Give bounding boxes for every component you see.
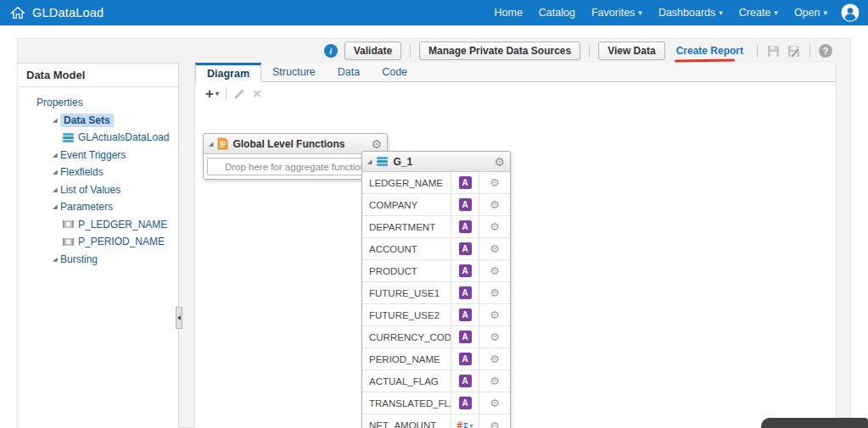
tab-code[interactable]: Code bbox=[371, 63, 418, 81]
expand-triangle-icon[interactable]: ◢ bbox=[50, 186, 60, 193]
editor-tabs: Diagram Structure Data Code bbox=[195, 63, 836, 82]
field-row[interactable]: NET_AMOUNT #Σ▾ ⚙ bbox=[362, 414, 510, 428]
dataset-name: G_1 bbox=[393, 156, 412, 168]
gear-icon[interactable]: ⚙ bbox=[490, 331, 500, 342]
field-row[interactable]: ACCOUNT A ⚙ bbox=[362, 238, 510, 260]
field-row[interactable]: FUTURE_USE2 A ⚙ bbox=[362, 304, 510, 326]
info-icon[interactable]: i bbox=[324, 44, 338, 58]
tab-diagram[interactable]: Diagram bbox=[195, 63, 261, 82]
dataset-box-g1[interactable]: ◢ G_1 ⚙ LEDGER_NAME A ⚙ COMPANY bbox=[361, 151, 511, 428]
text-type-icon: A bbox=[459, 176, 472, 189]
edit-icon[interactable] bbox=[233, 87, 246, 100]
validate-button[interactable]: Validate bbox=[344, 42, 401, 60]
expand-triangle-icon[interactable]: ◢ bbox=[367, 158, 372, 165]
gear-icon[interactable]: ⚙ bbox=[490, 243, 500, 254]
field-row[interactable]: CURRENCY_CODE A ⚙ bbox=[362, 326, 510, 348]
nav-home[interactable]: Home bbox=[495, 7, 523, 19]
gear-icon[interactable]: ⚙ bbox=[490, 353, 500, 364]
gear-icon[interactable]: ⚙ bbox=[490, 221, 500, 232]
view-data-button[interactable]: View Data bbox=[598, 42, 664, 60]
expand-triangle-icon[interactable]: ◢ bbox=[209, 141, 213, 147]
dataset-header: ◢ G_1 ⚙ bbox=[362, 152, 510, 172]
number-type-icon[interactable]: #Σ▾ bbox=[457, 420, 473, 428]
field-row[interactable]: PERIOD_NAME A ⚙ bbox=[362, 348, 510, 370]
chevron-down-icon: ▾ bbox=[216, 90, 219, 97]
data-model-sidebar: Data Model Properties ◢ Data Sets GLActu… bbox=[18, 63, 179, 428]
expand-triangle-icon[interactable]: ◢ bbox=[50, 117, 60, 124]
function-document-icon bbox=[217, 137, 228, 150]
field-row[interactable]: PRODUCT A ⚙ bbox=[362, 260, 510, 282]
separator bbox=[410, 44, 411, 58]
nav-favorites[interactable]: Favorites▾ bbox=[591, 7, 642, 19]
delete-icon[interactable]: × bbox=[253, 87, 261, 100]
text-type-icon: A bbox=[459, 264, 472, 277]
field-row[interactable]: FUTURE_USE1 A ⚙ bbox=[362, 282, 510, 304]
nav-open[interactable]: Open▾ bbox=[794, 7, 827, 19]
gear-icon[interactable]: ⚙ bbox=[490, 287, 500, 298]
gear-icon[interactable]: ⚙ bbox=[490, 397, 500, 409]
expand-triangle-icon[interactable]: ◢ bbox=[50, 203, 60, 210]
gear-icon[interactable]: ⚙ bbox=[490, 375, 500, 386]
nav-create[interactable]: Create▾ bbox=[739, 7, 778, 19]
user-avatar[interactable] bbox=[841, 3, 860, 22]
global-level-functions-box[interactable]: ◢ Global Level Functions ⚙ Drop here for… bbox=[203, 133, 388, 180]
aggregate-drop-zone[interactable]: Drop here for aggregate function bbox=[207, 158, 384, 175]
save-icon[interactable] bbox=[766, 44, 781, 58]
field-row[interactable]: ACTUAL_FLAG A ⚙ bbox=[362, 370, 510, 392]
tab-data[interactable]: Data bbox=[327, 63, 371, 81]
global-functions-body: Drop here for aggregate function bbox=[204, 154, 387, 179]
gear-icon[interactable]: ⚙ bbox=[490, 420, 500, 428]
tree-item-dataset[interactable]: GLActualsDataLoad bbox=[18, 129, 178, 147]
panel-splitter[interactable] bbox=[176, 307, 182, 329]
field-row[interactable]: TRANSLATED_FLAG A ⚙ bbox=[362, 392, 510, 414]
create-report-link[interactable]: Create Report bbox=[671, 45, 748, 57]
chevron-down-icon: ▾ bbox=[823, 8, 827, 17]
text-type-icon: A bbox=[459, 331, 472, 343]
tree-item-p-period-name[interactable]: P_PERIOD_NAME bbox=[18, 233, 178, 251]
nav-dashboards[interactable]: Dashboards▾ bbox=[658, 7, 723, 19]
tab-structure[interactable]: Structure bbox=[261, 63, 327, 81]
dataset-icon bbox=[62, 132, 75, 143]
tree-item-flexfields[interactable]: ◢ Flexfields bbox=[18, 164, 178, 181]
parameter-icon bbox=[62, 219, 75, 230]
gear-icon[interactable]: ⚙ bbox=[490, 199, 500, 210]
field-row[interactable]: DEPARTMENT A ⚙ bbox=[362, 216, 510, 238]
top-navigation: Home Catalog Favorites▾ Dashboards▾ Crea… bbox=[495, 7, 828, 19]
help-icon[interactable]: ? bbox=[819, 44, 832, 58]
separator bbox=[757, 44, 758, 58]
chevron-down-icon: ▾ bbox=[774, 8, 778, 17]
dataset-icon bbox=[376, 156, 389, 167]
text-type-icon: A bbox=[459, 397, 472, 409]
expand-triangle-icon[interactable]: ◢ bbox=[50, 256, 60, 263]
home-icon[interactable] bbox=[10, 5, 25, 20]
tree-item-p-ledger-name[interactable]: P_LEDGER_NAME bbox=[18, 216, 178, 234]
gear-icon[interactable]: ⚙ bbox=[494, 156, 505, 168]
field-row[interactable]: LEDGER_NAME A ⚙ bbox=[362, 172, 510, 194]
red-underline-annotation bbox=[675, 59, 735, 63]
parameter-icon bbox=[62, 236, 75, 247]
expand-triangle-icon[interactable]: ◢ bbox=[50, 152, 60, 158]
gear-icon[interactable]: ⚙ bbox=[490, 265, 500, 276]
manage-private-data-sources-button[interactable]: Manage Private Data Sources bbox=[419, 42, 580, 60]
tree-item-properties[interactable]: Properties bbox=[18, 94, 178, 112]
expand-triangle-icon[interactable]: ◢ bbox=[50, 169, 60, 175]
text-type-icon: A bbox=[459, 286, 472, 299]
bottom-overlay-bar bbox=[761, 418, 868, 428]
tree-item-bursting[interactable]: ◢ Bursting bbox=[18, 251, 178, 269]
nav-catalog[interactable]: Catalog bbox=[539, 7, 575, 19]
tree-item-data-sets[interactable]: ◢ Data Sets bbox=[18, 112, 178, 130]
text-type-icon: A bbox=[459, 308, 472, 321]
field-row[interactable]: COMPANY A ⚙ bbox=[362, 194, 510, 216]
gear-icon[interactable]: ⚙ bbox=[490, 309, 500, 320]
gear-icon[interactable]: ⚙ bbox=[371, 138, 382, 150]
diagram-toolbar: +▾ × bbox=[195, 82, 836, 105]
save-as-icon[interactable] bbox=[787, 44, 801, 58]
diagram-canvas: ◢ Global Level Functions ⚙ Drop here for… bbox=[195, 105, 836, 428]
add-dataset-button[interactable]: +▾ bbox=[205, 86, 219, 103]
page-title: GLDataLoad bbox=[32, 6, 104, 19]
tree-item-parameters[interactable]: ◢ Parameters bbox=[18, 198, 178, 216]
editor-panel: i Validate Manage Private Data Sources V… bbox=[17, 38, 851, 428]
tree-item-event-triggers[interactable]: ◢ Event Triggers bbox=[18, 147, 178, 164]
tree-item-list-of-values[interactable]: ◢ List of Values bbox=[18, 181, 178, 199]
gear-icon[interactable]: ⚙ bbox=[490, 177, 500, 188]
